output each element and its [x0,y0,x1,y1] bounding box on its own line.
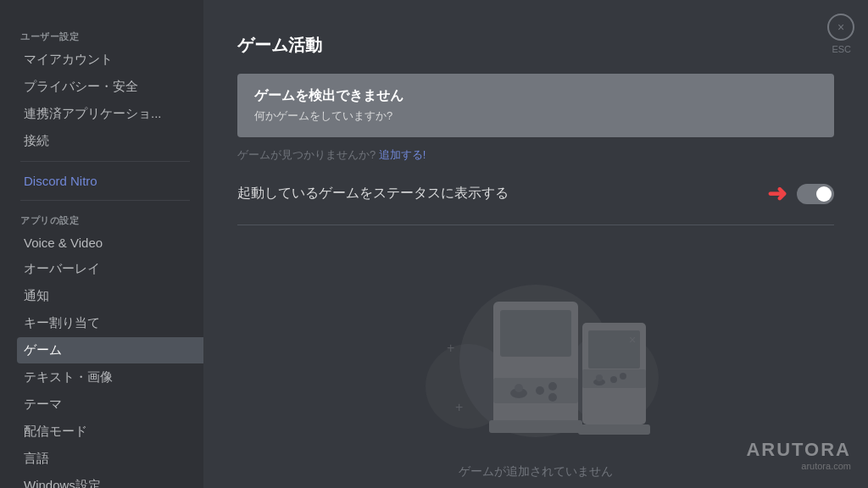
no-games-label: ゲームが追加されていません [459,464,613,480]
svg-point-9 [548,382,557,391]
toggle-row: 起動しているゲームをステータスに表示する ➜ [237,180,834,225]
esc-label: ESC [832,44,851,54]
svg-text:+: + [447,341,454,355]
game-detect-card: ゲームを検出できません 何かゲームをしていますか? [237,74,834,137]
sidebar: ユーザー設定 マイアカウント プライバシー・安全 連携済アプリケーショ... 接… [0,0,203,488]
add-game-text: ゲームが見つかりませんか? [237,148,376,161]
main-content: × ESC ゲーム活動 ゲームを検出できません 何かゲームをしていますか? ゲー… [203,0,868,488]
svg-point-16 [596,374,603,381]
svg-rect-4 [500,310,571,357]
illustration-area: + + × ゲームが追加されていません [237,251,834,488]
sidebar-item-nitro[interactable]: Discord Nitro [17,169,203,193]
game-detect-title: ゲームを検出できません [254,87,817,105]
watermark-sub-text: arutora.com [746,461,851,471]
add-game-row: ゲームが見つかりませんか? 追加する! [237,147,834,163]
sidebar-item-language[interactable]: 言語 [17,446,203,472]
svg-text:×: × [629,333,636,347]
sidebar-item-privacy[interactable]: プライバシー・安全 [17,74,203,100]
sidebar-item-notifications[interactable]: 通知 [17,283,203,309]
divider-1 [20,161,190,162]
add-game-link[interactable]: 追加する! [379,148,426,161]
page-title: ゲーム活動 [237,34,834,57]
svg-point-8 [536,386,544,395]
sidebar-item-windows[interactable]: Windows設定 [17,473,203,488]
toggle-label: 起動しているゲームをステータスに表示する [237,185,509,202]
watermark-main-text: ARUTORA [746,439,851,461]
sidebar-item-voice-video[interactable]: Voice & Video [17,230,203,255]
sidebar-item-connections[interactable]: 接続 [17,128,203,154]
game-detect-subtitle: 何かゲームをしていますか? [254,108,817,124]
sidebar-item-keybinds[interactable]: キー割り当て [17,310,203,336]
user-settings-section-label: ユーザー設定 [17,30,203,43]
svg-point-17 [610,376,617,383]
arcade-illustration: + + × [400,268,671,454]
sidebar-item-my-account[interactable]: マイアカウント [17,47,203,73]
svg-text:+: + [455,400,463,414]
svg-point-18 [620,373,626,380]
sidebar-item-streaming[interactable]: 配信モード [17,419,203,445]
svg-point-7 [515,384,523,392]
toggle-right: ➜ [767,180,834,208]
svg-rect-19 [578,424,650,435]
arrow-icon: ➜ [767,180,787,208]
game-status-toggle[interactable] [797,184,834,204]
divider-2 [20,200,190,201]
app-settings-section-label: アプリの設定 [17,214,203,227]
sidebar-item-text-image[interactable]: テキスト・画像 [17,364,203,391]
close-button[interactable]: × [827,14,854,41]
watermark: ARUTORA arutora.com [746,439,851,471]
sidebar-item-connections-apps[interactable]: 連携済アプリケーショ... [17,101,203,127]
sidebar-item-games[interactable]: ゲーム [17,337,203,363]
svg-rect-11 [489,420,582,433]
svg-point-10 [548,393,557,402]
sidebar-item-overlay[interactable]: オーバーレイ [17,256,203,282]
sidebar-item-theme[interactable]: テーマ [17,391,203,418]
